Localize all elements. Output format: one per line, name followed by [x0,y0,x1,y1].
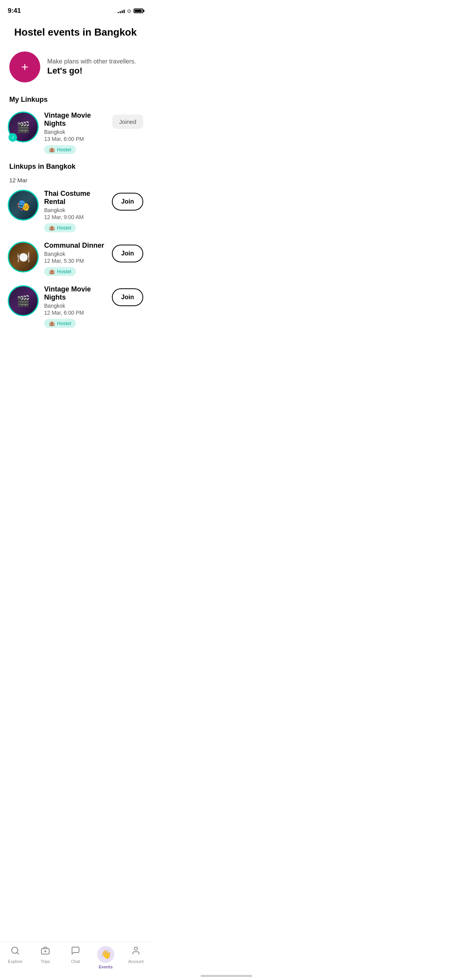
create-cta: + Make plans with other travellers. Let'… [0,45,151,89]
join-button[interactable]: Join [112,288,143,306]
event-image-wrap [8,242,39,272]
create-main-text: Let's go! [47,66,136,76]
create-text: Make plans with other travellers. Let's … [47,58,136,76]
hostel-icon: 🏨 [49,320,55,326]
event-location: Bangkok [44,303,106,309]
event-action: Join [112,285,143,306]
event-action: Joined [112,111,143,129]
hostel-label: Hostel [57,269,71,274]
event-datetime: 13 Mar, 6:00 PM [44,136,107,142]
list-item: Communal Dinner Bangkok 12 Mar, 5:30 PM … [0,237,151,281]
plus-icon: + [21,61,29,73]
joined-button[interactable]: Joined [112,115,143,129]
event-datetime: 12 Mar, 9:00 AM [44,214,106,220]
date-divider-12mar: 12 Mar [0,174,151,185]
event-image-wrap: ✓ [8,111,39,142]
my-linkups-header: My Linkups [0,92,151,107]
event-info: Communal Dinner Bangkok 12 Mar, 5:30 PM … [44,242,106,276]
join-button[interactable]: Join [112,193,143,211]
create-event-button[interactable]: + [9,51,40,82]
event-name: Communal Dinner [44,242,106,250]
event-info: Vintage Movie Nights Bangkok 12 Mar, 6:0… [44,285,106,328]
event-location: Bangkok [44,129,107,135]
list-item: Thai Costume Rental Bangkok 12 Mar, 9:00… [0,185,151,237]
event-image [8,242,39,272]
event-image-wrap [8,190,39,221]
hostel-label: Hostel [57,147,71,152]
event-name: Thai Costume Rental [44,190,106,206]
event-info: Vintage Movie Nights Bangkok 13 Mar, 6:0… [44,111,107,154]
list-item: ✓ Vintage Movie Nights Bangkok 13 Mar, 6… [0,107,151,159]
event-location: Bangkok [44,207,106,213]
page-title: Hostel events in Bangkok [8,26,143,38]
linkups-bangkok-header: Linkups in Bangkok [0,159,151,174]
event-action: Join [112,242,143,262]
check-icon: ✓ [9,133,17,142]
hostel-icon: 🏨 [49,147,55,152]
page-header: Hostel events in Bangkok [0,19,151,42]
hostel-badge: 🏨 Hostel [44,145,76,154]
hostel-badge: 🏨 Hostel [44,267,76,276]
status-time: 9:41 [8,7,21,15]
status-bar: 9:41 ⊙ [0,0,151,19]
wifi-icon: ⊙ [127,8,131,14]
event-image [8,285,39,316]
event-location: Bangkok [44,251,106,257]
event-datetime: 12 Mar, 6:00 PM [44,310,106,316]
event-image [8,190,39,221]
list-item: Vintage Movie Nights Bangkok 12 Mar, 6:0… [0,281,151,332]
battery-icon [134,9,143,13]
join-button[interactable]: Join [112,245,143,262]
hostel-badge: 🏨 Hostel [44,223,76,232]
status-icons: ⊙ [118,8,143,14]
event-name: Vintage Movie Nights [44,111,107,128]
my-linkups-list: ✓ Vintage Movie Nights Bangkok 13 Mar, 6… [0,107,151,159]
hostel-badge: 🏨 Hostel [44,319,76,328]
hostel-label: Hostel [57,320,71,326]
signal-icon [118,9,125,13]
event-action: Join [112,190,143,211]
event-datetime: 12 Mar, 5:30 PM [44,258,106,264]
event-image-wrap [8,285,39,316]
hostel-label: Hostel [57,225,71,231]
event-info: Thai Costume Rental Bangkok 12 Mar, 9:00… [44,190,106,232]
event-name: Vintage Movie Nights [44,285,106,302]
create-subtitle: Make plans with other travellers. [47,58,136,65]
hostel-icon: 🏨 [49,225,55,231]
hostel-icon: 🏨 [49,269,55,274]
